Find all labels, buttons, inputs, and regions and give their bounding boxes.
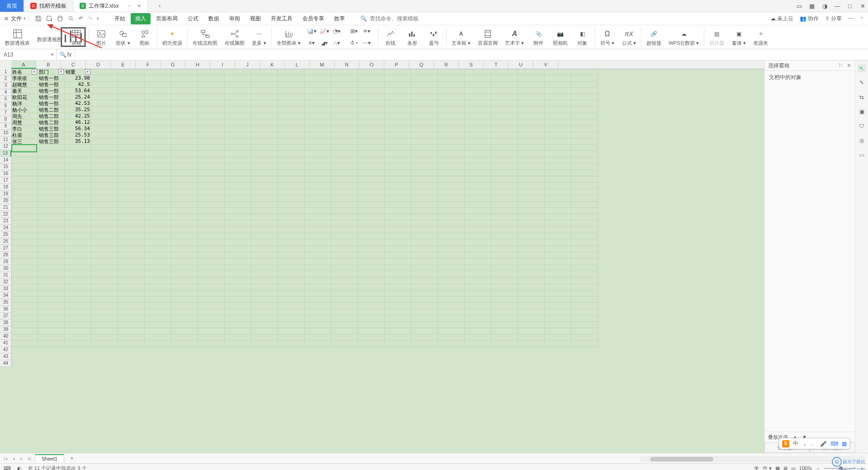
ribbon-attach[interactable]: 📎附件 [528,28,549,47]
cell-M28[interactable] [331,240,358,246]
cell-B4[interactable]: 销售一部 [38,88,65,94]
cell-L42[interactable] [305,328,331,334]
cell-B34[interactable] [38,277,65,284]
cell-G23[interactable] [171,208,198,214]
cell-O44[interactable] [385,341,411,347]
cell-P15[interactable] [411,157,438,164]
row-22[interactable]: 22 [0,211,11,218]
cell-Q1[interactable] [438,69,465,75]
cell-I14[interactable] [225,151,251,157]
cell-K34[interactable] [278,277,305,284]
cell-V44[interactable] [571,341,598,347]
cell-L16[interactable] [305,164,331,170]
cell-J4[interactable] [251,88,278,94]
col-G[interactable]: G [160,61,185,69]
cell-T14[interactable] [518,151,545,157]
cell-V22[interactable] [571,202,598,208]
cell-D15[interactable] [91,157,118,164]
cell-M36[interactable] [331,290,358,296]
cell-D1[interactable] [91,69,118,75]
cell-L6[interactable] [305,100,331,107]
name-box[interactable]: A13▼ [0,49,57,60]
cell-O5[interactable] [385,94,411,100]
cell-H11[interactable] [198,132,225,138]
cell-U2[interactable] [545,75,571,81]
row-42[interactable]: 42 [0,347,11,353]
cell-N35[interactable] [358,284,385,290]
cell-J22[interactable] [251,202,278,208]
cell-F39[interactable] [145,309,171,315]
cell-D6[interactable] [91,100,118,107]
cell-K37[interactable] [278,296,305,303]
cell-I9[interactable] [225,119,251,126]
cell-Q31[interactable] [438,258,465,265]
cell-I2[interactable] [225,75,251,81]
cell-N13[interactable] [358,145,385,151]
cell-K24[interactable] [278,214,305,221]
cell-C19[interactable] [65,183,91,189]
cell-I13[interactable] [225,145,251,151]
cell-H44[interactable] [198,341,225,347]
cell-I25[interactable] [225,221,251,227]
cell-S17[interactable] [491,170,518,176]
cell-M25[interactable] [331,221,358,227]
cell-J16[interactable] [251,164,278,170]
cell-J44[interactable] [251,341,278,347]
cell-P32[interactable] [411,265,438,271]
cell-S7[interactable] [491,107,518,113]
row-27[interactable]: 27 [0,245,11,252]
ribbon-wps-cloud[interactable]: ☁WPS云数据 ▾ [665,28,702,47]
cell-E36[interactable] [118,290,145,296]
ribbon-header-footer[interactable]: 页眉页脚 [475,28,501,47]
cell-M43[interactable] [331,334,358,341]
cell-O20[interactable] [385,189,411,195]
cell-F30[interactable] [145,252,171,258]
cloud-status[interactable]: ☁ 未上云 [770,15,793,23]
cell-J32[interactable] [251,265,278,271]
cell-E7[interactable] [118,107,145,113]
cell-J15[interactable] [251,157,278,164]
cell-N10[interactable] [358,126,385,132]
cell-V1[interactable] [571,69,598,75]
cell-I24[interactable] [225,214,251,221]
cell-F16[interactable] [145,164,171,170]
cell-V11[interactable] [571,132,598,138]
cell-S42[interactable] [491,328,518,334]
maximize-icon[interactable]: □ [846,3,854,9]
cell-C44[interactable] [65,341,91,347]
grid-icon[interactable]: ▦ [808,3,816,9]
cell-N36[interactable] [358,290,385,296]
row-13[interactable]: 13 [0,150,11,157]
chart-stock-icon[interactable]: ⊞▾ [349,27,359,35]
cell-T34[interactable] [518,277,545,284]
cell-D41[interactable] [91,322,118,328]
cell-G11[interactable] [171,132,198,138]
cell-J7[interactable] [251,107,278,113]
cell-C27[interactable] [65,233,91,240]
cell-A29[interactable] [11,246,38,252]
cell-D24[interactable] [91,214,118,221]
cell-Q6[interactable] [438,100,465,107]
row-7[interactable]: 7 [0,109,11,116]
cell-E41[interactable] [118,322,145,328]
col-H[interactable]: H [185,61,210,69]
cell-J43[interactable] [251,334,278,341]
cell-A26[interactable] [11,227,38,233]
cell-S30[interactable] [491,252,518,258]
cell-Q40[interactable] [438,315,465,322]
cell-R35[interactable] [465,284,491,290]
cell-B31[interactable] [38,258,65,265]
cell-E33[interactable] [118,271,145,277]
cell-B18[interactable] [38,176,65,183]
cell-H2[interactable] [198,75,225,81]
cell-P17[interactable] [411,170,438,176]
cell-J24[interactable] [251,214,278,221]
cell-C30[interactable] [65,252,91,258]
cell-H39[interactable] [198,309,225,315]
cell-G10[interactable] [171,126,198,132]
row-18[interactable]: 18 [0,184,11,191]
cell-R38[interactable] [465,303,491,309]
cell-N1[interactable] [358,69,385,75]
cell-K44[interactable] [278,341,305,347]
row-10[interactable]: 10 [0,130,11,136]
